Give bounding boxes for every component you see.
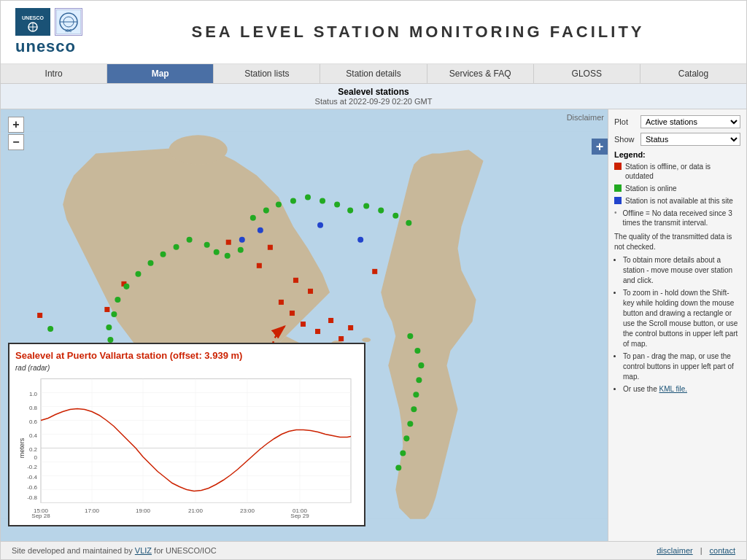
legend-unavailable-text: Station is not available at this site: [625, 196, 733, 206]
svg-point-67: [123, 284, 129, 289]
map-area[interactable]: + − + Disclaimer Sealevel at Puerto Vall…: [1, 109, 608, 541]
nav-map[interactable]: Map: [107, 64, 214, 83]
nav-catalog[interactable]: Catalog: [640, 64, 746, 83]
svg-text:-0.8: -0.8: [27, 494, 37, 501]
svg-point-104: [413, 392, 419, 397]
svg-rect-28: [290, 311, 295, 316]
legend-green-dot: [614, 184, 622, 192]
svg-point-71: [107, 337, 113, 343]
zoom-in-button[interactable]: +: [8, 117, 24, 133]
svg-point-103: [416, 377, 422, 383]
svg-point-47: [263, 208, 269, 214]
show-select[interactable]: Status Country Network: [640, 133, 740, 146]
plot-label: Plot: [614, 117, 638, 126]
nav-intro[interactable]: Intro: [1, 64, 107, 83]
svg-text:1.0: 1.0: [29, 391, 38, 397]
svg-rect-33: [338, 336, 344, 341]
main-content: + − + Disclaimer Sealevel at Puerto Vall…: [1, 109, 746, 541]
legend-unavailable: Station is not available at this site: [614, 196, 740, 206]
logo-icons: UNESCO IOC: [15, 8, 82, 36]
svg-rect-40: [37, 313, 42, 318]
legend-blue-dot: [614, 197, 622, 204]
logo-area: UNESCO IOC unesco: [15, 8, 82, 56]
chart-area: meters: [15, 373, 358, 519]
svg-text:19:00: 19:00: [136, 508, 151, 514]
disclaimer-link[interactable]: Disclaimer: [567, 113, 604, 122]
svg-point-61: [238, 247, 244, 253]
instructions-list: To obtain more details about a station -…: [614, 255, 740, 394]
svg-rect-26: [308, 289, 313, 294]
svg-point-69: [111, 311, 117, 317]
svg-rect-116: [41, 379, 351, 503]
header: UNESCO IOC unesco: [1, 1, 746, 64]
svg-text:IOC: IOC: [66, 28, 72, 33]
legend-dot-symbol: •: [614, 209, 617, 217]
svg-point-46: [250, 215, 256, 221]
instruction-2: To zoom in - hold down the Shift-key whi…: [623, 288, 740, 349]
svg-point-110: [239, 237, 245, 243]
legend-online: Station is online: [614, 184, 740, 193]
instruction-4: Or use the KML file.: [623, 384, 740, 394]
legend-offline-text: Station is offline, or data is outdated: [625, 162, 740, 181]
legend-offline: Station is offline, or data is outdated: [614, 162, 740, 181]
svg-point-68: [115, 297, 120, 303]
svg-point-70: [106, 324, 112, 330]
svg-rect-43: [257, 263, 262, 268]
svg-rect-23: [226, 240, 231, 245]
svg-text:Sep 28: Sep 28: [31, 513, 50, 519]
show-label: Show: [614, 135, 638, 144]
svg-point-112: [317, 222, 323, 228]
svg-text:0.6: 0.6: [29, 419, 38, 425]
right-panel: Plot Active stations All stations Show S…: [608, 109, 746, 541]
zoom-out-button[interactable]: −: [8, 134, 24, 150]
svg-text:meters: meters: [18, 438, 26, 458]
nav-services-faq[interactable]: Services & FAQ: [427, 64, 534, 83]
svg-point-53: [347, 208, 353, 214]
nav-bar: Intro Map Station lists Station details …: [1, 64, 746, 84]
svg-text:0.4: 0.4: [29, 432, 38, 439]
svg-point-49: [290, 198, 296, 204]
svg-point-51: [320, 198, 325, 204]
nav-station-details[interactable]: Station details: [320, 64, 427, 83]
svg-rect-31: [328, 318, 333, 323]
svg-text:23:00: 23:00: [240, 508, 255, 514]
svg-point-105: [411, 406, 417, 412]
popup-title: Sealevel at Puerto Vallarta station (off…: [15, 350, 358, 361]
svg-text:-0.4: -0.4: [27, 474, 37, 481]
svg-text:21:00: 21:00: [188, 508, 204, 514]
plot-select[interactable]: Active stations All stations: [640, 115, 740, 128]
disclaimer-footer-link[interactable]: disclaimer: [657, 546, 693, 555]
legend-offline-note: • Offline = No data received since 3 tim…: [614, 209, 740, 228]
svg-rect-30: [315, 329, 320, 334]
page-wrapper: UNESCO IOC unesco: [0, 0, 747, 560]
svg-point-106: [407, 421, 413, 427]
legend-red-dot: [614, 163, 622, 170]
nav-gloss[interactable]: GLOSS: [534, 64, 640, 83]
kml-link[interactable]: KML file.: [659, 385, 687, 393]
svg-text:UNESCO: UNESCO: [22, 15, 44, 20]
vliz-link[interactable]: VLIZ: [135, 546, 152, 555]
svg-text:-0.6: -0.6: [27, 484, 37, 491]
svg-point-52: [334, 202, 340, 208]
svg-rect-29: [301, 322, 306, 327]
svg-text:0.8: 0.8: [29, 405, 38, 411]
map-expand-button[interactable]: +: [592, 139, 608, 155]
svg-point-13: [362, 338, 371, 342]
svg-rect-27: [279, 300, 284, 305]
map-controls: + −: [8, 117, 24, 150]
nav-station-lists[interactable]: Station lists: [214, 64, 320, 83]
footer-right: disclaimer | contact: [657, 546, 735, 555]
svg-point-107: [403, 435, 409, 441]
svg-rect-24: [268, 245, 273, 250]
svg-text:0.2: 0.2: [29, 446, 38, 453]
svg-point-94: [47, 326, 53, 332]
chart-subtitle: rad (radar): [15, 364, 358, 372]
contact-link[interactable]: contact: [710, 546, 735, 555]
site-title: SEA LEVEL STATION MONITORING FACILITY: [104, 23, 732, 42]
legend-online-text: Station is online: [625, 184, 677, 193]
instructions: The quality of the transmitted data is n…: [614, 232, 740, 394]
svg-point-111: [357, 237, 363, 243]
svg-point-100: [407, 333, 413, 339]
legend-title: Legend:: [614, 150, 740, 159]
footer-left: Site developed and maintained by VLIZ fo…: [12, 546, 217, 555]
